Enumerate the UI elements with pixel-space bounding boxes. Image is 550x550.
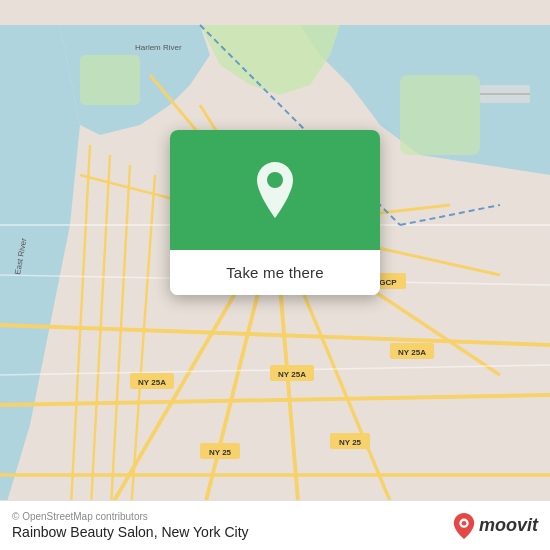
map-container: NY 25 NY 25 NY 25A NY 25A NY 25A GCP Eas… <box>0 0 550 550</box>
bottom-bar: © OpenStreetMap contributors Rainbow Bea… <box>0 500 550 550</box>
take-me-there-button[interactable]: Take me there <box>170 250 380 295</box>
moovit-brand-text: moovit <box>479 515 538 536</box>
card-header <box>170 130 380 250</box>
place-name: Rainbow Beauty Salon, New York City <box>12 524 249 540</box>
svg-text:NY 25: NY 25 <box>339 438 362 447</box>
svg-text:Harlem River: Harlem River <box>135 43 182 52</box>
svg-point-41 <box>267 172 283 188</box>
svg-text:NY 25A: NY 25A <box>278 370 306 379</box>
location-card: Take me there <box>170 130 380 295</box>
svg-text:GCP: GCP <box>379 278 397 287</box>
osm-attribution: © OpenStreetMap contributors <box>12 511 249 522</box>
svg-text:NY 25: NY 25 <box>209 448 232 457</box>
location-pin-icon <box>251 162 299 218</box>
svg-point-43 <box>462 520 467 525</box>
svg-rect-2 <box>400 75 480 155</box>
bottom-left-info: © OpenStreetMap contributors Rainbow Bea… <box>12 511 249 540</box>
moovit-pin-icon <box>453 513 475 539</box>
moovit-logo: moovit <box>453 513 538 539</box>
svg-text:NY 25A: NY 25A <box>138 378 166 387</box>
svg-rect-1 <box>80 55 140 105</box>
svg-text:NY 25A: NY 25A <box>398 348 426 357</box>
